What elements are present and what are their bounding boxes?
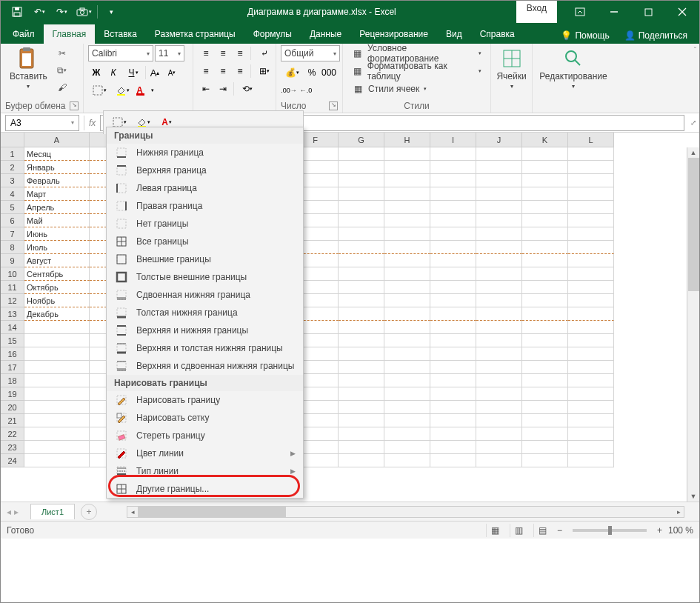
tellme-button[interactable]: 💡Помощь (555, 27, 615, 44)
border-option[interactable]: Толстые внешние границы (107, 268, 303, 286)
cell[interactable] (430, 294, 476, 307)
cell[interactable] (522, 294, 568, 307)
cell[interactable] (476, 227, 522, 241)
cell[interactable] (522, 214, 568, 227)
col-header[interactable]: H (384, 133, 430, 147)
row-header[interactable]: 5 (1, 201, 24, 214)
align-top-icon[interactable]: ≡ (198, 45, 214, 61)
row-header[interactable]: 19 (1, 387, 24, 401)
tab-view[interactable]: Вид (437, 24, 471, 44)
tab-pagelayout[interactable]: Разметка страницы (146, 24, 244, 44)
cell[interactable]: Май (24, 214, 90, 227)
cell[interactable] (384, 227, 430, 241)
tab-review[interactable]: Рецензирование (350, 24, 437, 44)
cell[interactable] (476, 147, 522, 161)
cell[interactable] (522, 361, 568, 374)
cell[interactable] (339, 387, 384, 401)
qat-customize-icon[interactable]: ▾ (101, 1, 121, 22)
cell[interactable] (24, 401, 90, 414)
add-sheet-button[interactable]: + (81, 504, 97, 520)
cell[interactable] (430, 281, 476, 294)
cell[interactable]: Апрель (24, 201, 90, 214)
row-header[interactable]: 7 (1, 227, 24, 241)
page-layout-icon[interactable]: ▥ (510, 524, 527, 537)
cell[interactable] (384, 454, 430, 467)
cell[interactable] (522, 201, 568, 214)
cell[interactable]: Март (24, 187, 90, 201)
bold-button[interactable]: Ж (88, 64, 104, 81)
undo-icon[interactable]: ↶▾ (29, 1, 50, 22)
maximize-button[interactable] (631, 1, 665, 23)
camera-icon[interactable]: ▾ (73, 1, 94, 22)
row-header[interactable]: 14 (1, 321, 24, 334)
col-header[interactable]: A (24, 133, 90, 147)
cell[interactable] (430, 414, 476, 427)
cell[interactable] (384, 147, 430, 161)
tab-file[interactable]: Файл (4, 24, 44, 44)
cell[interactable] (339, 307, 384, 321)
cell[interactable] (384, 214, 430, 227)
cell[interactable] (568, 187, 614, 201)
cell[interactable] (476, 401, 522, 414)
clipboard-launcher[interactable]: ↘ (70, 101, 79, 110)
merge-icon[interactable]: ⊞▾ (253, 63, 276, 79)
conditional-formatting-button[interactable]: ▦Условное форматирование▾ (347, 45, 486, 61)
zoom-slider[interactable] (573, 529, 647, 532)
cell[interactable]: Июнь (24, 227, 90, 241)
cell[interactable]: Октябрь (24, 281, 90, 294)
cell[interactable] (568, 147, 614, 161)
cell[interactable] (522, 307, 568, 321)
row-header[interactable]: 1 (1, 147, 24, 161)
cell[interactable] (476, 454, 522, 467)
cell[interactable] (384, 241, 430, 254)
cell[interactable] (430, 427, 476, 441)
cell[interactable]: Сентябрь (24, 267, 90, 281)
cell[interactable] (476, 414, 522, 427)
close-button[interactable] (665, 1, 699, 23)
cell[interactable] (24, 321, 90, 334)
cell[interactable] (476, 201, 522, 214)
cell[interactable] (339, 414, 384, 427)
row-header[interactable]: 16 (1, 347, 24, 361)
row-header[interactable]: 10 (1, 267, 24, 281)
cell[interactable] (430, 441, 476, 454)
border-option[interactable]: Все границы (107, 233, 303, 250)
cell[interactable] (430, 214, 476, 227)
normal-view-icon[interactable]: ▦ (486, 524, 504, 537)
row-header[interactable]: 2 (1, 161, 24, 174)
row-header[interactable]: 18 (1, 374, 24, 387)
cell[interactable] (568, 254, 614, 267)
cell[interactable] (384, 347, 430, 361)
cell[interactable] (384, 201, 430, 214)
tab-data[interactable]: Данные (301, 24, 350, 44)
row-header[interactable]: 22 (1, 427, 24, 441)
underline-button[interactable]: Ч▾ (122, 64, 144, 81)
align-right-icon[interactable]: ≡ (232, 63, 248, 79)
font-name-combo[interactable]: Calibri▾ (88, 45, 153, 61)
cell[interactable] (430, 347, 476, 361)
cell[interactable] (339, 427, 384, 441)
cell[interactable]: Январь (24, 161, 90, 174)
format-as-table-button[interactable]: ▦Форматировать как таблицу▾ (347, 63, 486, 79)
col-header[interactable]: L (568, 133, 614, 147)
cell[interactable] (568, 294, 614, 307)
cell[interactable] (476, 334, 522, 347)
cell[interactable] (430, 147, 476, 161)
paste-button[interactable]: Вставить▾ (5, 45, 52, 93)
row-header[interactable]: 15 (1, 334, 24, 347)
col-header[interactable]: K (522, 133, 568, 147)
minimize-button[interactable] (597, 1, 631, 23)
font-size-combo[interactable]: 11▾ (155, 45, 184, 61)
row-header[interactable]: 4 (1, 187, 24, 201)
cell[interactable] (384, 427, 430, 441)
border-option[interactable]: Верхняя и нижняя границы (107, 322, 303, 339)
col-header[interactable]: I (430, 133, 476, 147)
cell[interactable] (384, 281, 430, 294)
font-color-button[interactable]: A▾ (134, 82, 156, 99)
cell[interactable] (568, 361, 614, 374)
cell[interactable] (522, 427, 568, 441)
cut-icon[interactable]: ✂ (53, 45, 71, 61)
cell[interactable] (568, 334, 614, 347)
cell[interactable] (522, 334, 568, 347)
border-option[interactable]: Внешние границы (107, 250, 303, 268)
